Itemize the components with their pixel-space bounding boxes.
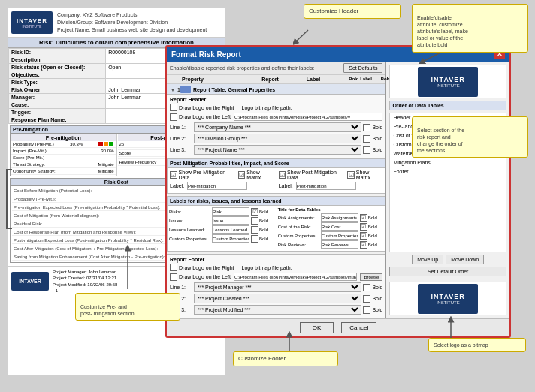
set-defaults-button[interactable]: Set Defaults	[343, 63, 382, 73]
column-headers: Property Report Label Bold Label Bold Va…	[167, 75, 385, 84]
doc-header: INTAVER INSTITUTE Company: XYZ Software …	[8, 8, 225, 38]
right-logo-area: INTAVER INSTITUTE	[389, 65, 506, 98]
risks-label-input[interactable]	[212, 207, 249, 216]
show-matrix-checkbox[interactable]: ☑	[238, 171, 246, 179]
list-item: Threat Strategy: Mitigate	[11, 161, 116, 168]
show-post-checkbox[interactable]: ☑	[279, 171, 286, 179]
custom-bold-checkbox[interactable]	[251, 235, 258, 243]
ok-button[interactable]: OK	[300, 322, 334, 333]
report-header-title: Report Header	[170, 97, 382, 102]
svg-line-0	[295, 30, 308, 43]
footer-line-row-1: Line 1: *** Project Manager *** Bold	[170, 282, 382, 292]
footer-browse-button[interactable]: Browse	[360, 273, 382, 281]
issues-label-input[interactable]	[212, 216, 249, 225]
color-box-red	[98, 142, 103, 146]
logo-path-input[interactable]	[234, 113, 383, 121]
proba-row-post: ☑ Show Post-Mitigation Data ☑ Show Matri…	[279, 170, 383, 180]
callout-select-section: Select section of the risk report and ch…	[412, 116, 528, 158]
dialog-right-panel: INTAVER INSTITUTE Order of Data Tables H…	[386, 62, 509, 318]
line-2-select[interactable]: *** Division Group ***	[194, 134, 361, 143]
footer-line-1-select[interactable]: *** Project Manager ***	[194, 282, 361, 292]
order-of-data-tables-title: Order of Data Tables	[389, 101, 506, 110]
order-buttons: Move Up Move Down	[389, 255, 506, 264]
property-group-1: ▼ 1 Report Table: General Properties Des…	[167, 84, 385, 94]
property-list: ▼ 1 Report Table: General Properties Des…	[167, 84, 385, 94]
risk-assignments-input[interactable]	[321, 213, 358, 222]
show-pre-checkbox[interactable]: ☑	[170, 171, 177, 179]
label-row-custom: Custom Properties: Bold	[169, 234, 275, 243]
line-row-2: Line 2: *** Division Group *** Bold	[170, 134, 382, 143]
set-default-order-button[interactable]: Set Default Order	[389, 267, 506, 276]
custom-properties-bold-checkbox[interactable]: ☑	[360, 232, 367, 240]
callout-select-logo: Select logo as a bitmap	[428, 338, 526, 352]
label-row-risk-assignments: Risk Assignments: ☑ Bold	[278, 213, 384, 222]
move-up-button[interactable]: Move Up	[412, 255, 443, 264]
callout-customize-footer: Customize Footer	[233, 351, 338, 366]
col-bold-label-header: Bold Label	[343, 77, 377, 82]
intaver-logo-left: INTAVER INSTITUTE	[11, 11, 53, 34]
expand-icon: ▼	[168, 87, 177, 92]
section-item-mitigation-plans[interactable]: Mitigation Plans	[390, 158, 506, 167]
label-row-lessons: Lessons Learned: Bold	[169, 225, 275, 234]
customize-header-arrow	[293, 26, 353, 49]
pre-label-input[interactable]	[187, 182, 247, 190]
labels-section: Labels for risks, issues, and lessons le…	[167, 196, 385, 252]
footer-line-3-select[interactable]: *** Project Modified ***	[194, 305, 361, 315]
label-row-custom-properties: Custom Properties: ☑ Bold	[278, 231, 384, 240]
line-3-select[interactable]: *** Project Name ***	[194, 145, 361, 155]
footer-line-2-bold-checkbox[interactable]	[363, 295, 370, 303]
enable-disable-arrow	[418, 51, 448, 66]
custom-label-input[interactable]	[212, 234, 249, 243]
issues-bold-checkbox[interactable]	[251, 217, 258, 225]
label-row-risk-reviews: Risk Reviews: ☑ Bold	[278, 240, 384, 249]
draw-logo-left-checkbox[interactable]	[170, 113, 177, 121]
dialog-box[interactable]: Format Risk Report ✕ Enable/disable repo…	[165, 45, 511, 338]
risk-reviews-bold-checkbox[interactable]: ☑	[360, 241, 367, 249]
cancel-button[interactable]: Cancel	[341, 322, 376, 333]
risk-reviews-input[interactable]	[321, 240, 358, 249]
cost-risk-bold-checkbox[interactable]: ☑	[360, 223, 367, 231]
footer-line-3-bold-checkbox[interactable]	[363, 306, 370, 314]
post-label-input[interactable]	[296, 182, 356, 190]
line-2-bold-checkbox[interactable]	[363, 135, 370, 143]
risk-assignments-bold-checkbox[interactable]: ☑	[360, 214, 367, 222]
footer-line-1-bold-checkbox[interactable]	[363, 284, 370, 291]
line-1-select[interactable]: *** Company Name ***	[194, 122, 361, 132]
property-group-header[interactable]: ▼ 1 Report Table: General Properties	[167, 84, 385, 94]
section-item-footer[interactable]: Footer	[390, 167, 506, 176]
footer-logo-path-input[interactable]	[234, 273, 357, 281]
line-row-3: Line 3: *** Project Name *** Bold	[170, 145, 382, 155]
draw-logo-right-checkbox[interactable]	[170, 104, 177, 111]
dialog-left-panel: Enable/disable reported risk properties …	[167, 62, 386, 318]
footer-line-2-select[interactable]: *** Project Created ***	[194, 294, 361, 303]
labels-col-right: Title for Data Tables Risk Assignments: …	[278, 207, 384, 249]
line-1-bold-checkbox[interactable]	[363, 124, 370, 131]
footer-intaver-logo: INTAVER INSTITUTE	[418, 284, 478, 314]
label-row-risks: Risks: ☑ Bold	[169, 207, 275, 216]
dialog-body: Enable/disable reported risk properties …	[167, 62, 509, 318]
col-report-header: Report	[257, 77, 283, 82]
cost-risk-input[interactable]	[321, 222, 358, 231]
lessons-label-input[interactable]	[212, 225, 249, 234]
risks-bold-checkbox[interactable]: ☑	[251, 208, 258, 216]
logo-row-right: Draw Logo on the Right Logo bitmap file …	[170, 104, 382, 111]
callout-customize-pre-post: Customize Pre- and post- mitigation sect…	[75, 293, 180, 321]
custom-properties-input[interactable]	[321, 231, 358, 240]
move-down-button[interactable]: Move Down	[446, 255, 484, 264]
footer-info: Project Manager: John Lemman Project Cre…	[53, 269, 117, 294]
proba-row-pre: ☑ Show Pre-Mitigation Data ☑ Show Matrix	[170, 170, 274, 180]
footer-draw-logo-right-checkbox[interactable]	[170, 264, 177, 271]
line-3-bold-checkbox[interactable]	[363, 146, 370, 154]
list-item: Opportunity Strategy: Mitigate	[11, 168, 116, 175]
group-icon	[180, 86, 191, 93]
lessons-bold-checkbox[interactable]	[251, 226, 258, 234]
color-box-orange	[104, 142, 108, 146]
customize-pre-post-arrow	[116, 244, 139, 297]
show-matrix-post-checkbox[interactable]: ☑	[347, 171, 354, 179]
report-footer-section: Report Footer Draw Logo on the Right Log…	[167, 254, 385, 318]
col-property-header: Property	[167, 77, 257, 82]
dialog-toolbar: Enable/disable reported risk properties …	[167, 62, 385, 75]
footer-draw-logo-left-checkbox[interactable]	[170, 273, 177, 281]
proba-section: Post-Mitigation Probabilities, Impact, a…	[167, 158, 385, 194]
intaver-logo-right: INTAVER INSTITUTE	[418, 67, 478, 97]
